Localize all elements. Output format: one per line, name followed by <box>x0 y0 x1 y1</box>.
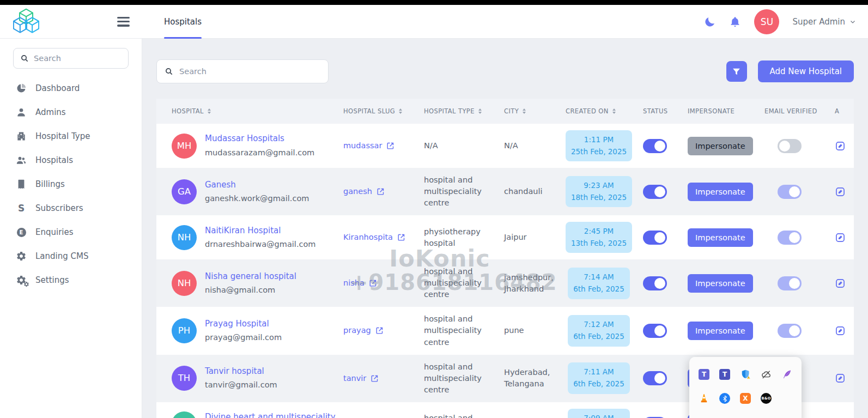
hospital-name-link[interactable]: Tanvir hospital <box>205 366 277 377</box>
email-verified-cell <box>764 231 835 245</box>
app-logo-icon[interactable] <box>13 8 39 34</box>
table-search-input[interactable] <box>179 67 320 76</box>
sort-icon[interactable] <box>208 108 211 114</box>
tray-icon-cell[interactable] <box>714 386 735 410</box>
user-name: Super Admin <box>792 17 845 27</box>
hospital-avatar: MH <box>172 134 197 159</box>
sort-icon[interactable] <box>523 108 526 114</box>
type-cell: physiotherapy hospital <box>424 226 504 249</box>
hospital-name-link[interactable]: Ganesh <box>205 179 309 190</box>
filter-button[interactable] <box>726 61 747 82</box>
actions-cell <box>835 325 854 336</box>
sidebar-item[interactable]: Admins <box>0 100 142 124</box>
created-on-cell: 1:11 PM 25th Feb, 2025 <box>566 130 643 161</box>
sidebar-item[interactable]: Hospitals <box>0 148 142 172</box>
tray-icon-cell[interactable] <box>776 362 797 386</box>
tray-icon-cell[interactable]: T <box>714 362 735 386</box>
status-cell <box>643 185 688 199</box>
status-toggle[interactable] <box>643 324 667 338</box>
feather-pen-icon <box>781 369 792 380</box>
user-avatar[interactable]: SU <box>754 9 779 34</box>
impersonate-button[interactable]: Impersonate <box>688 183 753 201</box>
column-header: HOSPITAL <box>172 107 343 115</box>
hospital-slug-link[interactable]: tanvir <box>343 373 379 384</box>
hospital-name-link[interactable]: NaitiKiran Hospital <box>205 225 315 236</box>
notifications-bell-icon[interactable] <box>729 16 741 28</box>
created-on-badge: 7:09 AM 6th Feb, 2025 <box>568 409 630 418</box>
tray-icon-cell[interactable] <box>694 386 714 410</box>
email-verified-toggle[interactable] <box>778 276 802 290</box>
status-toggle[interactable] <box>643 371 667 385</box>
sidebar-item[interactable]: Landing CMS <box>0 244 142 268</box>
tray-icon-cell[interactable] <box>735 362 756 386</box>
status-toggle[interactable] <box>643 139 667 153</box>
status-toggle[interactable] <box>643 276 667 290</box>
sidebar-search-input[interactable] <box>34 54 122 63</box>
column-header: CITY <box>504 107 566 115</box>
add-new-hospital-button[interactable]: Add New Hospital <box>758 60 854 82</box>
hospital-slug-link[interactable]: Kiranhospita <box>343 232 405 243</box>
sort-icon[interactable] <box>399 108 402 114</box>
edit-button[interactable] <box>835 186 846 197</box>
hospital-cell: TH Tanvir hospital tanvir@gmail.com <box>172 366 343 391</box>
sidebar-item[interactable]: Settings <box>0 268 142 292</box>
hospital-name-link[interactable]: Nisha general hospital <box>205 271 296 282</box>
sort-icon[interactable] <box>478 108 482 114</box>
tab-hospitals[interactable]: Hospitals <box>164 5 202 39</box>
hospital-building-icon <box>15 130 27 142</box>
sidebar-item[interactable]: S Subscribers <box>0 196 142 220</box>
screen-top-strip <box>0 0 868 5</box>
status-toggle[interactable] <box>643 231 667 245</box>
sidebar-item[interactable]: Hospital Type <box>0 124 142 148</box>
user-menu[interactable]: Super Admin <box>792 17 856 27</box>
city-cell: chandauli <box>504 186 566 197</box>
email-verified-toggle[interactable] <box>778 231 802 245</box>
hospital-name-link[interactable]: Divine heart and multispeciality hospita… <box>205 411 336 418</box>
sidebar-item-label: Hospital Type <box>35 131 90 141</box>
created-on-cell: 2:45 PM 13th Feb, 2025 <box>566 222 643 253</box>
status-toggle[interactable] <box>643 185 667 199</box>
edit-button[interactable] <box>835 373 846 384</box>
hospital-name-link[interactable]: Mudassar Hospitals <box>205 133 314 144</box>
hospital-name-link[interactable]: Prayag Hospital <box>205 318 282 329</box>
hospital-avatar: DH <box>172 411 197 418</box>
bang-olufsen-icon: B&O <box>761 393 772 404</box>
email-verified-toggle[interactable] <box>778 185 802 199</box>
hospital-slug-link[interactable]: mudassar <box>343 140 394 152</box>
actions-cell <box>835 232 854 243</box>
impersonate-button[interactable]: Impersonate <box>688 137 753 155</box>
edit-button[interactable] <box>835 278 846 289</box>
tray-icon-cell[interactable]: T <box>694 362 714 386</box>
top-header: Hospitals SU Super Admin <box>0 5 868 39</box>
windows-security-icon <box>740 369 751 380</box>
sidebar-item-label: Enquiries <box>35 227 74 237</box>
impersonate-button[interactable]: Impersonate <box>688 274 753 293</box>
tray-icon-cell[interactable] <box>756 362 776 386</box>
hospital-slug-link[interactable]: prayag <box>343 325 384 336</box>
sort-icon[interactable] <box>612 108 616 114</box>
sidebar-item[interactable]: Dashboard <box>0 76 142 100</box>
chevron-down-icon <box>849 19 856 25</box>
hospital-slug-link[interactable]: ganesh <box>343 186 385 197</box>
sidebar-item[interactable]: E Enquiries <box>0 220 142 244</box>
edit-button[interactable] <box>835 141 846 152</box>
email-verified-toggle[interactable] <box>778 324 802 338</box>
impersonate-button[interactable]: Impersonate <box>688 228 753 247</box>
dark-mode-moon-icon[interactable] <box>704 16 716 28</box>
table-row: NH NaitiKiran Hospital drnareshbairwa@gm… <box>156 215 854 259</box>
created-time: 1:11 PM <box>571 134 627 146</box>
hospital-email: ganeshk.work@gmail.com <box>205 193 309 204</box>
hamburger-menu-icon[interactable] <box>117 17 130 27</box>
hospital-slug-link[interactable]: nisha <box>343 277 377 289</box>
edit-button[interactable] <box>835 325 846 336</box>
email-verified-toggle[interactable] <box>778 139 802 153</box>
tray-icon-cell[interactable]: B&O <box>756 386 776 410</box>
tray-icon-cell[interactable]: X <box>735 386 756 410</box>
onedrive-paused-icon <box>761 369 772 380</box>
edit-button[interactable] <box>835 232 846 243</box>
external-link-icon <box>386 142 394 150</box>
ms-teams-classic-icon: T <box>719 369 730 380</box>
sidebar-item[interactable]: Billings <box>0 172 142 196</box>
impersonate-button[interactable]: Impersonate <box>688 322 753 340</box>
edit-pencil-icon <box>835 186 846 197</box>
